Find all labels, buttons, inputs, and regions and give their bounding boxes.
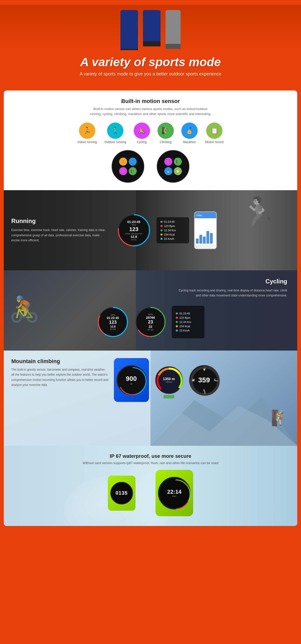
bar-3 xyxy=(203,237,206,244)
waterproof-watch-2: 22:14 IP67 xyxy=(156,470,193,516)
bar-5 xyxy=(210,233,213,244)
cyc-stat-speed-row: 23 Km/h xyxy=(176,329,200,332)
phone-app-mockup: Today ● ● xyxy=(194,211,217,249)
cycling-section: 🚴 Cycling Cycling track recording and sh… xyxy=(4,270,297,351)
cyc-stat-kcal-dot xyxy=(176,325,178,327)
altitude-badge: Altitude xyxy=(164,395,174,398)
stat-km-row: 12.34 Km xyxy=(161,229,185,232)
stat-speed-row: 23 Km/h xyxy=(161,237,185,240)
waterproof-watch-2-face: 22:14 IP67 xyxy=(158,477,191,509)
gauge-label: Altitude xyxy=(166,381,172,383)
sport-marathon: 🏅 Marathon xyxy=(181,123,198,144)
cycling-watch-2-data: GPS 28766 23 22 07:23 xyxy=(146,313,155,331)
cycling-w1-time: 01:23:45 xyxy=(107,316,119,319)
stat-bpm-value: 123 Bpm xyxy=(164,225,175,228)
cycling-watches-row: GPS 01:23:45 123 12.8 07:23 GPS 28766 2 xyxy=(4,306,297,346)
mountain-watch-face: 900 m xyxy=(116,365,146,395)
cyc-stat-bpm: 123 Bpm xyxy=(179,316,190,319)
phone-header: Today xyxy=(195,212,216,218)
running-watch-label: Timer xyxy=(125,224,142,226)
outdoor-running-label: Outdoor running xyxy=(104,140,126,144)
mountain-gauge: 1350 m Altitude Altitude xyxy=(155,366,183,394)
mountain-watch-altitude: 900 xyxy=(126,375,137,383)
stat-speed-value: 23 Km/h xyxy=(164,237,174,240)
watch-screen-2: 🚴 🧗 🏅 📋 xyxy=(157,150,189,183)
cycling-label: Cycling xyxy=(137,140,147,144)
watch-mode-cycle2: 🚴 xyxy=(164,158,172,166)
watch-mode-indoor: 🏃 xyxy=(119,158,127,166)
mountain-title: Mountain climbing xyxy=(11,358,109,365)
cycling-w2-gps: GPS xyxy=(146,313,155,315)
waterproof-watch-2-sub: IP67 xyxy=(172,495,176,497)
watch-time-display: 01:23:45 Timer 123 Heart rate bpm/min 12… xyxy=(125,220,142,241)
hero-section: A variety of sports mode A variety of sp… xyxy=(0,0,301,87)
mountain-text-block: Mountain climbing The built-in gravity s… xyxy=(11,358,109,388)
watch-mode-climb: 🧗 xyxy=(129,167,137,175)
running-watch-time: 01:23:45 xyxy=(125,220,142,224)
cycling-w1-gps: GPS xyxy=(107,313,119,316)
cycling-w2-elapsed: 07:23 xyxy=(146,328,155,331)
hero-subtitle: A variety of sports mode to give you a b… xyxy=(10,71,291,77)
stat-kcal-value: 234 Kcal xyxy=(164,233,175,236)
stat-bpm-dot xyxy=(161,225,163,227)
waterproof-title: IP 67 waterproof, use more secure xyxy=(110,453,191,459)
cycling-title: Cycling xyxy=(178,278,287,285)
phone-tab-2: ● xyxy=(198,246,199,248)
stat-time-row: 01:23:45 xyxy=(161,220,185,223)
phone-chart xyxy=(195,218,216,245)
cyc-stat-time-dot xyxy=(176,312,178,314)
bar-2 xyxy=(199,235,202,244)
waterproof-watch-1: 0135 xyxy=(108,476,135,511)
cyc-stat-kcal-row: 234 Kcal xyxy=(176,325,200,328)
running-distance: 12.8 xyxy=(125,235,142,239)
climber-figure: 🧗 xyxy=(271,409,290,427)
sports-icons-row: 🏃 Indoor running 🚶 Outdoor running 🚴 Cyc… xyxy=(14,123,287,144)
hero-text-block: A variety of sports mode A variety of sp… xyxy=(0,50,301,79)
cycling-w1-dist: 12.8 xyxy=(107,325,119,328)
motion-sensor-desc: Built-in motion sensor can detect variou… xyxy=(88,106,213,116)
cyc-stat-bpm-dot xyxy=(176,317,178,319)
cycling-watch-2: GPS 28766 23 22 07:23 xyxy=(134,306,167,338)
stat-bpm-row: 123 Bpm xyxy=(161,225,185,228)
cycling-w1-elapsed: 07:23 xyxy=(107,328,119,330)
mountain-blue-watch: 900 m xyxy=(114,358,149,402)
phone-today-label: Today xyxy=(196,214,202,217)
cyc-stat-kcal: 234 Kcal xyxy=(179,325,190,328)
running-heart-rate: 123 xyxy=(125,226,142,233)
motion-record-label: Motion record xyxy=(205,140,223,144)
climbing-icon: 🧗 xyxy=(158,123,174,139)
motion-record-icon: 📋 xyxy=(206,123,222,139)
cycling-w2-cadence: 23 xyxy=(146,319,155,325)
compass-e: E xyxy=(214,379,216,381)
motion-sensor-section: Built-in motion sensor Built-in motion s… xyxy=(4,90,297,190)
marathon-icon: 🏅 xyxy=(181,123,198,139)
waterproof-watch-1-face: 0135 xyxy=(110,482,133,504)
running-elapsed: 07:23 xyxy=(125,239,142,241)
waterproof-section: IP 67 waterproof, use more secure Withou… xyxy=(4,446,297,526)
watch-mode-climb2: 🧗 xyxy=(174,158,182,166)
waterproof-watches-row: 0135 22:14 IP67 xyxy=(108,470,193,516)
watch-mode-marathon: 🏅 xyxy=(164,167,172,175)
cyc-stat-km: 12.34 Km xyxy=(179,320,191,324)
stat-time-dot xyxy=(161,221,163,223)
cycling-icon: 🚴 xyxy=(134,123,150,139)
phone-tab-1: ● xyxy=(196,246,197,248)
waterproof-watch-1-number: 0135 xyxy=(116,490,128,496)
hero-title: A variety of sports mode xyxy=(10,55,291,69)
stat-kcal-dot xyxy=(161,234,163,236)
cyc-stat-speed: 23 Km/h xyxy=(179,329,190,332)
gauge-value: 1350 m xyxy=(163,377,175,381)
mountain-compass: N S E W 359 xyxy=(189,365,219,395)
compass-w: W xyxy=(192,379,195,381)
cyc-stat-bpm-row: 123 Bpm xyxy=(176,316,200,319)
running-watch-display: 01:23:45 Timer 123 Heart rate bpm/min 12… xyxy=(116,213,152,248)
stat-kcal-row: 234 Kcal xyxy=(161,233,185,236)
phone-footer: ● ● xyxy=(195,245,216,249)
mountain-description: The built-in gravity sensor, barometer a… xyxy=(11,367,109,388)
cycling-watch-1-data: GPS 01:23:45 123 12.8 07:23 xyxy=(107,313,119,330)
watch-mode-outdoor: 🚶 xyxy=(129,158,137,166)
cycling-w2-val2: 22 xyxy=(146,325,155,328)
waterproof-watch-2-number: 22:14 xyxy=(167,489,181,495)
cyc-stat-speed-dot xyxy=(176,330,178,332)
stat-km-dot xyxy=(161,229,163,231)
